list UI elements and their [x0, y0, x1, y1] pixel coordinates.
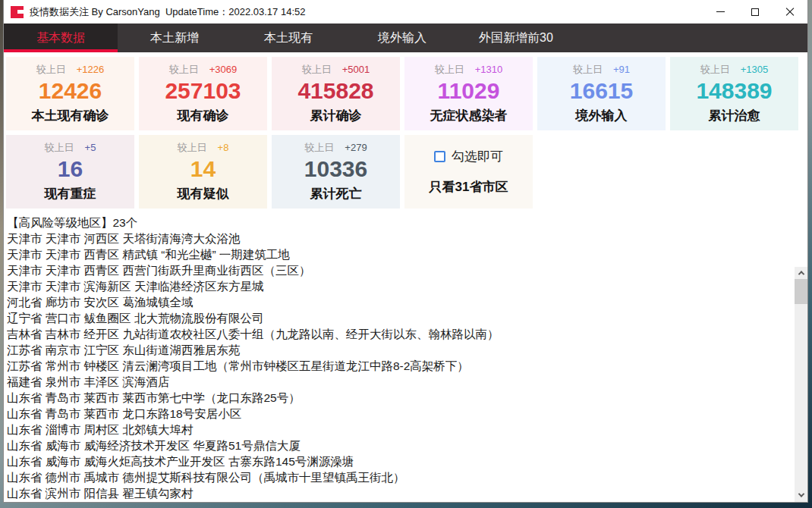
stat-label: 现有疑似: [178, 185, 229, 202]
scrollbar-up-button[interactable]: [795, 267, 807, 279]
tab-bar: 基本数据本土新增本土现有境外输入外国新增前30: [4, 24, 807, 52]
stat-value: 14: [190, 157, 216, 181]
delta-prefix-label: 较上日: [36, 64, 66, 75]
stat-card: 较上日+131011029无症状感染者: [404, 57, 533, 130]
delta-prefix-label: 较上日: [178, 142, 207, 153]
risk-list-item: 天津市 天津市 西青区 精武镇 “和光尘樾” 一期建筑工地: [7, 246, 791, 262]
stat-label: 累计死亡: [310, 185, 362, 202]
stat-value: 10336: [304, 157, 367, 181]
filter-card: 勾选即可 只看31省市区: [404, 135, 533, 209]
stat-label: 累计确诊: [310, 107, 362, 124]
checkbox-label[interactable]: 勾选即可: [452, 148, 503, 165]
checkbox-row[interactable]: 勾选即可: [434, 148, 503, 165]
app-window: 疫情数据关注 By CarsonYang UpdateTime：2022.03.…: [4, 0, 807, 502]
app-logo-icon: [11, 6, 24, 18]
risk-list-header: 【高风险等级地区】23个: [7, 215, 791, 230]
stat-value: 11029: [438, 79, 500, 103]
tab-5[interactable]: 外国新增前30: [459, 24, 573, 52]
delta-prefix-label: 较上日: [304, 142, 334, 153]
filter-card-label: 只看31省市区: [430, 178, 508, 196]
risk-list-item: 吉林省 吉林市 经开区 九站街道农校社区八委十组（九龙路以南、经开大街以东、翰林…: [7, 326, 791, 342]
risk-list-item: 福建省 泉州市 丰泽区 滨海酒店: [7, 374, 791, 390]
stat-value: 415828: [297, 79, 373, 103]
delta-prefix-label: 较上日: [700, 64, 730, 75]
tab-2[interactable]: 本土新增: [118, 24, 231, 52]
desktop-background: 疫情数据关注 By CarsonYang UpdateTime：2022.03.…: [0, 0, 812, 508]
main-content: 较上日+122612426本土现有确诊较上日+3069257103现有确诊较上日…: [4, 52, 807, 502]
chevron-up-icon: [798, 271, 804, 277]
only-31-provinces-checkbox[interactable]: [434, 151, 445, 162]
delta-value: +8: [218, 142, 229, 153]
vertical-scrollbar[interactable]: [795, 267, 807, 502]
stat-card: 较上日+1305148389累计治愈: [670, 57, 798, 130]
stat-label: 累计治愈: [709, 107, 760, 124]
delta-value: +5: [85, 142, 96, 153]
risk-list-item: 山东省 青岛市 莱西市 龙口东路18号安居小区: [7, 406, 791, 422]
risk-list-item: 山东省 威海市 威海火炬高技术产业开发区 古寨东路145号渊源澡塘: [7, 453, 791, 469]
risk-list-item: 山东省 威海市 威海经济技术开发区 华夏路51号鼎信大厦: [7, 437, 791, 453]
delta-value: +1226: [77, 64, 105, 75]
risk-list-item: 天津市 天津市 河西区 天塔街清海湾大众浴池: [7, 230, 791, 246]
stat-card: 较上日+27910336累计死亡: [272, 135, 400, 209]
scrollbar-down-button[interactable]: [795, 489, 807, 501]
tab-3[interactable]: 本土现有: [231, 24, 345, 52]
stat-label: 现有重症: [45, 185, 96, 202]
maximize-button[interactable]: [738, 0, 773, 24]
delta-value: +91: [613, 64, 630, 75]
maximize-icon: [751, 8, 759, 16]
risk-list-item: 江苏省 南京市 江宁区 东山街道湖西雅居东苑: [7, 342, 791, 358]
delta-prefix-label: 较上日: [45, 142, 74, 153]
delta-value: +5001: [342, 64, 370, 75]
delta-prefix-label: 较上日: [302, 64, 332, 75]
risk-list-item: 天津市 天津市 西青区 西营门街跃升里商业街西区（三区）: [7, 262, 791, 278]
chevron-down-icon: [798, 491, 804, 497]
stat-card: 较上日+5001415828累计确诊: [272, 57, 400, 130]
stat-card: 较上日+516现有重症: [6, 135, 134, 209]
delta-prefix-label: 较上日: [435, 64, 464, 75]
stat-label: 无症状感染者: [430, 107, 508, 124]
risk-area-list: 【高风险等级地区】23个 天津市 天津市 河西区 天塔街清海湾大众浴池天津市 天…: [4, 215, 807, 501]
stat-value: 16615: [570, 79, 633, 103]
minimize-button[interactable]: [703, 0, 738, 24]
delta-value: +1310: [475, 64, 503, 75]
risk-list-item: 山东省 滨州市 阳信县 翟王镇勾家村: [7, 485, 791, 501]
delta-value: +3069: [209, 64, 238, 75]
stat-label: 现有确诊: [178, 107, 229, 124]
stat-label: 本土现有确诊: [32, 107, 109, 124]
stat-value: 148389: [696, 79, 772, 103]
delta-value: +1305: [741, 64, 769, 75]
risk-list-item: 辽宁省 营口市 鲅鱼圈区 北大荒物流股份有限公司: [7, 310, 791, 326]
risk-list-item: 山东省 淄博市 周村区 北郊镇大埠村: [7, 422, 791, 437]
risk-list-items: 天津市 天津市 河西区 天塔街清海湾大众浴池天津市 天津市 西青区 精武镇 “和…: [7, 230, 791, 501]
delta-prefix-label: 较上日: [573, 64, 603, 75]
tab-1[interactable]: 基本数据: [4, 24, 118, 52]
stat-card: 较上日+3069257103现有确诊: [139, 57, 267, 130]
scrollbar-thumb[interactable]: [795, 279, 807, 304]
stat-value: 16: [58, 157, 83, 181]
close-icon: [785, 8, 795, 17]
stat-value: 12426: [39, 79, 102, 103]
risk-list-item: 天津市 天津市 滨海新区 天津临港经济区东方星城: [7, 278, 791, 294]
risk-list-item: 山东省 德州市 禹城市 德州提艾斯科技有限公司（禹城市十里望镇禹王街北）: [7, 469, 791, 485]
stat-value: 257103: [165, 79, 241, 103]
delta-value: +279: [345, 142, 367, 153]
risk-list-item: 江苏省 常州市 钟楼区 清云澜湾项目工地（常州市钟楼区五星街道龙江中路8-2高架…: [7, 358, 791, 374]
minimize-icon: [716, 11, 725, 12]
close-button[interactable]: [773, 0, 807, 24]
stats-cards: 较上日+122612426本土现有确诊较上日+3069257103现有确诊较上日…: [6, 57, 807, 209]
window-controls: [703, 0, 807, 24]
stat-card: 较上日+814现有疑似: [139, 135, 267, 209]
window-title: 疫情数据关注 By CarsonYang UpdateTime：2022.03.…: [30, 5, 305, 19]
tab-4[interactable]: 境外输入: [345, 24, 459, 52]
stat-card: 较上日+122612426本土现有确诊: [6, 57, 134, 130]
risk-list-item: 山东省 青岛市 莱西市 莱西市第七中学（龙口东路25号）: [7, 390, 791, 406]
risk-list-item: 河北省 廊坊市 安次区 葛渔城镇全域: [7, 294, 791, 310]
titlebar: 疫情数据关注 By CarsonYang UpdateTime：2022.03.…: [4, 0, 807, 24]
stat-label: 境外输入: [576, 107, 628, 124]
stat-card: 较上日+9116615境外输入: [537, 57, 666, 130]
delta-prefix-label: 较上日: [169, 64, 199, 75]
